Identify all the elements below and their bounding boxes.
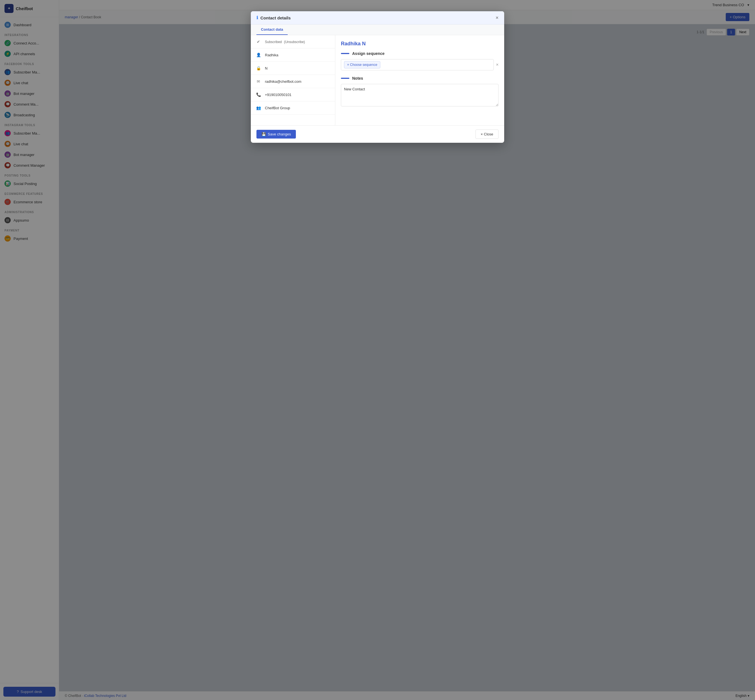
subscribed-label: Subscribed: [265, 40, 282, 44]
choose-sequence-button[interactable]: × Choose sequence: [344, 61, 380, 69]
contact-email: radhika@cheifbot.com: [265, 80, 301, 84]
contact-details-modal: ℹ Contact details × Contact data ✔ Subsc…: [251, 11, 504, 143]
person-lock-icon: 🔒: [255, 65, 262, 71]
notes-textarea[interactable]: New Contact: [341, 84, 499, 106]
contact-phone-row: 📞 +919010050101: [251, 88, 335, 102]
notes-label: Notes: [352, 76, 363, 81]
contact-lastname: N: [265, 66, 267, 70]
contact-status-row: ✔ Subscribed (Unsubscribe): [251, 35, 335, 48]
modal-left-panel: ✔ Subscribed (Unsubscribe) 👤 Radhika 🔒 N: [251, 35, 335, 125]
unsubscribe-label[interactable]: (Unsubscribe): [284, 40, 305, 44]
contact-firstname-row: 👤 Radhika: [251, 48, 335, 62]
tab-contact-data[interactable]: Contact data: [256, 25, 288, 35]
status-badge: Subscribed (Unsubscribe): [265, 40, 305, 44]
contact-lastname-row: 🔒 N: [251, 62, 335, 75]
modal-title: ℹ Contact details: [256, 15, 291, 20]
contact-email-row: ✉ radhika@cheifbot.com: [251, 75, 335, 88]
group-icon: 👥: [255, 105, 262, 111]
close-button[interactable]: × Close: [476, 130, 499, 139]
modal-header: ℹ Contact details ×: [251, 11, 504, 25]
assign-sequence-section: Assign sequence: [341, 51, 499, 56]
modal-right-panel: Radhika N Assign sequence × Choose seque…: [335, 35, 504, 125]
sequence-row: × Choose sequence ×: [341, 59, 499, 70]
notes-section: Notes: [341, 76, 499, 81]
modal-overlay: ℹ Contact details × Contact data ✔ Subsc…: [0, 0, 755, 700]
save-label: Save changes: [268, 132, 291, 136]
contact-full-name: Radhika N: [341, 41, 499, 47]
assign-sequence-label: Assign sequence: [352, 51, 385, 56]
sequence-badge-text: × Choose sequence: [347, 63, 377, 67]
modal-close-button[interactable]: ×: [496, 15, 499, 20]
info-icon: ℹ: [256, 15, 258, 20]
modal-title-text: Contact details: [261, 16, 291, 20]
sequence-input-area[interactable]: × Choose sequence: [341, 59, 494, 70]
modal-footer: 💾 Save changes × Close: [251, 125, 504, 143]
person-icon: 👤: [255, 52, 262, 58]
sequence-clear-button[interactable]: ×: [496, 62, 499, 67]
email-icon: ✉: [255, 78, 262, 84]
contact-group: CheifBot Group: [265, 106, 290, 110]
phone-icon: 📞: [255, 92, 262, 98]
notes-bar-line: [341, 78, 349, 79]
modal-tabs: Contact data: [251, 25, 504, 35]
contact-firstname: Radhika: [265, 53, 278, 57]
modal-body: ✔ Subscribed (Unsubscribe) 👤 Radhika 🔒 N: [251, 35, 504, 125]
save-changes-button[interactable]: 💾 Save changes: [256, 130, 296, 139]
section-bar-line: [341, 53, 349, 54]
contact-group-row: 👥 CheifBot Group: [251, 102, 335, 115]
status-icon: ✔: [255, 39, 262, 45]
contact-phone: +919010050101: [265, 93, 291, 97]
save-icon: 💾: [262, 132, 266, 136]
